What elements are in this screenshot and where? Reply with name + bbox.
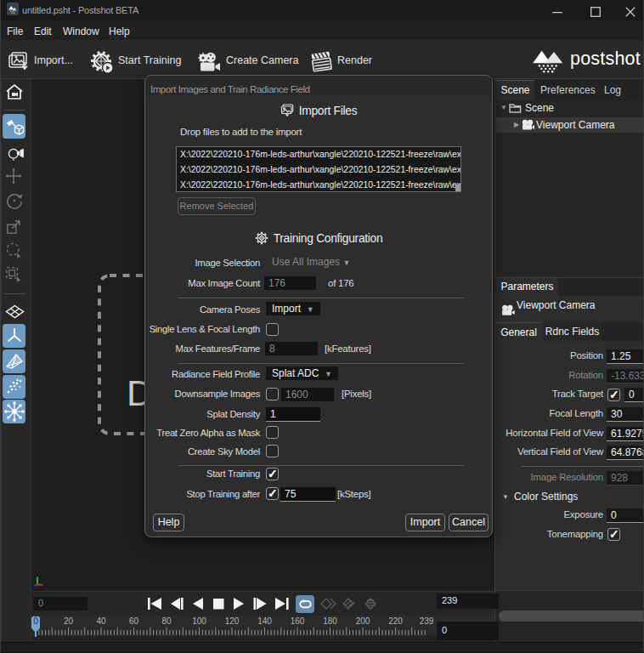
svg-text:40: 40 [96, 616, 106, 626]
svg-text:180: 180 [323, 616, 337, 626]
svg-text:160: 160 [291, 616, 305, 626]
svg-text:220: 220 [388, 616, 403, 626]
svg-text:80: 80 [161, 616, 172, 626]
svg-text:200: 200 [356, 616, 370, 626]
svg-text:120: 120 [225, 616, 240, 626]
svg-text:20: 20 [64, 616, 74, 626]
svg-text:239: 239 [420, 616, 434, 626]
svg-text:60: 60 [129, 616, 139, 626]
svg-text:100: 100 [192, 616, 206, 626]
svg-text:140: 140 [257, 616, 272, 626]
